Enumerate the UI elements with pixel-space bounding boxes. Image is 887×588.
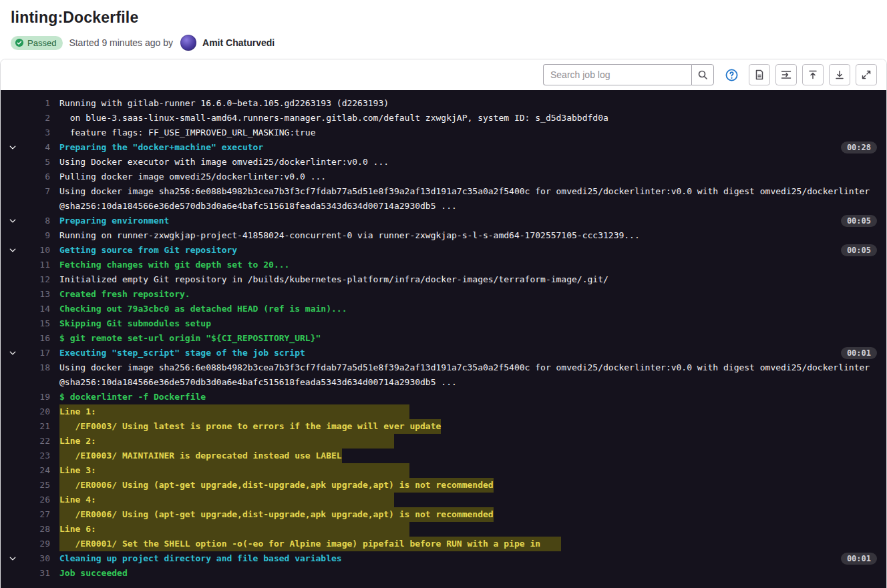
log-line-text[interactable]: Cleaning up project directory and file b…	[59, 551, 342, 566]
log-line: 7Using docker image sha256:6e088b4982b3c…	[1, 184, 886, 199]
log-line-number[interactable]: 5	[26, 155, 50, 170]
search-input[interactable]	[543, 64, 691, 85]
search-button[interactable]	[691, 64, 714, 85]
log-line-number[interactable]: 23	[26, 449, 50, 463]
log-line-number[interactable]: 25	[26, 478, 50, 493]
log-line: 8Preparing environment00:05	[1, 214, 886, 228]
log-line-number[interactable]: 17	[26, 346, 50, 360]
search-icon	[697, 69, 708, 80]
search-group	[543, 64, 714, 85]
log-line-text: /ER0006/ Using (apt-get upgrade,dist-upg…	[59, 478, 494, 493]
gutter-spacer	[9, 331, 26, 346]
log-line-number[interactable]: 9	[26, 228, 50, 243]
log-line-number[interactable]: 11	[26, 258, 50, 272]
gutter-spacer	[9, 375, 26, 390]
log-toolbar	[1, 59, 886, 90]
log-line-number[interactable]: 3	[26, 125, 50, 140]
gutter-spacer	[9, 125, 26, 140]
chevron-down-icon[interactable]	[9, 214, 26, 228]
log-line-number[interactable]: 14	[26, 302, 50, 316]
help-button[interactable]	[723, 66, 740, 83]
gutter-spacer	[9, 111, 26, 125]
log-line-text: Job succeeded	[59, 566, 128, 581]
scroll-to-failure-button[interactable]	[775, 64, 797, 85]
log-line-text: feature flags: FF_USE_IMPROVED_URL_MASKI…	[59, 125, 316, 140]
chevron-down-icon[interactable]	[9, 243, 26, 258]
log-line-number[interactable]: 16	[26, 331, 50, 346]
question-icon	[725, 69, 738, 81]
log-line-number[interactable]: 26	[26, 493, 50, 507]
log-line-text[interactable]: Executing "step_script" stage of the job…	[59, 346, 305, 360]
scroll-top-button[interactable]	[802, 64, 824, 85]
log-line: 11Fetching changes with git depth set to…	[1, 258, 886, 272]
log-line: 30Cleaning up project directory and file…	[1, 551, 886, 566]
log-line: 24Line 3:	[1, 463, 886, 478]
log-line-number[interactable]: 22	[26, 434, 50, 449]
log-line-text: Line 6:	[59, 522, 409, 537]
log-line-number[interactable]: 24	[26, 463, 50, 478]
log-line: 6Pulling docker image omvedi25/dockerlin…	[1, 170, 886, 184]
chevron-down-icon[interactable]	[9, 551, 26, 566]
log-line-text: Created fresh repository.	[59, 287, 190, 302]
gutter-spacer	[9, 478, 26, 493]
chevron-down-icon[interactable]	[9, 140, 26, 155]
log-line-text[interactable]: Preparing the "docker+machine" executor	[59, 140, 263, 155]
log-line: 21 /EF0003/ Using latest is prone to err…	[1, 419, 886, 434]
log-line-number[interactable]: 30	[26, 551, 50, 566]
gutter-spacer	[9, 419, 26, 434]
log-line-number[interactable]: 6	[26, 170, 50, 184]
avatar[interactable]	[180, 35, 196, 51]
check-circle-icon	[15, 38, 24, 47]
log-line-number[interactable]: 29	[26, 537, 50, 551]
fullscreen-icon	[861, 69, 872, 80]
log-line-text: Line 3:	[59, 463, 409, 478]
log-line-number[interactable]: 28	[26, 522, 50, 537]
log-line-number[interactable]: 2	[26, 111, 50, 125]
log-line: 22Line 2:	[1, 434, 886, 449]
gutter-spacer	[9, 434, 26, 449]
log-line-number[interactable]: 12	[26, 272, 50, 287]
log-line: 13Created fresh repository.	[1, 287, 886, 302]
started-text: Started 9 minutes ago by	[69, 37, 173, 48]
chevron-down-icon[interactable]	[9, 346, 26, 360]
gutter-spacer	[9, 228, 26, 243]
raw-log-button[interactable]	[749, 64, 770, 85]
log-line: 4Preparing the "docker+machine" executor…	[1, 140, 886, 155]
status-badge[interactable]: Passed	[11, 36, 63, 50]
log-line: 10Getting source from Git repository00:0…	[1, 243, 886, 258]
gutter-spacer	[9, 463, 26, 478]
scroll-top-icon	[808, 69, 818, 80]
log-line-number[interactable]: 21	[26, 419, 50, 434]
gutter-spacer	[9, 566, 26, 581]
log-line: 16$ git remote set-url origin "${CI_REPO…	[1, 331, 886, 346]
log-line-number[interactable]: 27	[26, 507, 50, 522]
log-line-number[interactable]: 31	[26, 566, 50, 581]
log-line-number[interactable]: 10	[26, 243, 50, 258]
log-line-number[interactable]: 7	[26, 184, 50, 199]
log-line-number[interactable]: 20	[26, 404, 50, 419]
log-line-text[interactable]: Preparing environment	[59, 214, 169, 228]
gutter-spacer	[9, 360, 26, 375]
log-line-text: Line 2:	[59, 434, 394, 449]
gutter-spacer	[9, 449, 26, 463]
gutter-spacer	[9, 184, 26, 199]
log-line-number[interactable]: 8	[26, 214, 50, 228]
log-line-number[interactable]: 4	[26, 140, 50, 155]
log-line-number[interactable]: 19	[26, 390, 50, 404]
log-line-number[interactable]: 1	[26, 96, 50, 111]
fullscreen-button[interactable]	[856, 64, 877, 85]
log-line-number[interactable]: 13	[26, 287, 50, 302]
log-line: 27 /ER0006/ Using (apt-get upgrade,dist-…	[1, 507, 886, 522]
job-log: 1Running with gitlab-runner 16.6.0~beta.…	[1, 90, 886, 588]
author-name[interactable]: Amit Chaturvedi	[202, 37, 275, 48]
status-badge-label: Passed	[27, 38, 56, 48]
log-line: @sha256:10da184566e36de570db3d0a6e4bafc5…	[1, 375, 886, 390]
duration-badge: 00:05	[841, 244, 877, 256]
scroll-bottom-button[interactable]	[829, 64, 850, 85]
log-line-text[interactable]: Getting source from Git repository	[59, 243, 237, 258]
gutter-spacer	[9, 170, 26, 184]
log-line: @sha256:10da184566e36de570db3d0a6e4bafc5…	[1, 199, 886, 214]
log-line-number[interactable]: 15	[26, 316, 50, 331]
log-line: 17Executing "step_script" stage of the j…	[1, 346, 886, 360]
log-line-number[interactable]: 18	[26, 360, 50, 375]
